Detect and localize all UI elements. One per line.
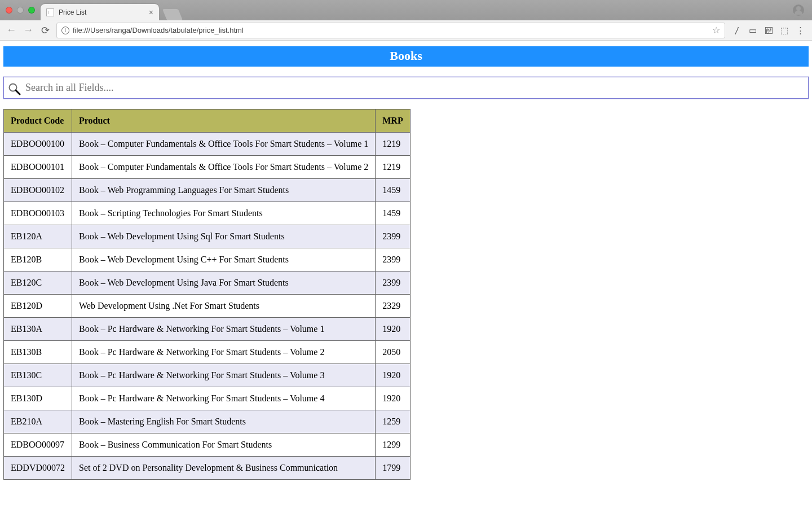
cell-product: Book – Pc Hardware & Networking For Smar… <box>72 341 376 364</box>
reload-button[interactable]: ⟳ <box>37 23 53 38</box>
cell-product-code: EDBOO00097 <box>4 433 72 457</box>
page-title: Books <box>3 46 809 67</box>
cell-product-code: EDDVD00072 <box>4 457 72 480</box>
search-input[interactable] <box>25 80 805 96</box>
extension-icon[interactable]: 〳 <box>732 25 742 35</box>
cell-product: Set of 2 DVD on Personality Development … <box>72 457 376 480</box>
cell-product-code: EDBOO00103 <box>4 202 72 225</box>
url-text: file:///Users/ranga/Downloads/tabulate/p… <box>73 26 709 34</box>
table-row: EDBOO00101Book – Computer Fundamentals &… <box>4 156 411 179</box>
cell-product-code: EB130A <box>4 318 72 341</box>
reader-icon[interactable]: ▭ <box>748 25 758 36</box>
table-row: EB120CBook – Web Development Using Java … <box>4 271 411 295</box>
table-row: EDDVD00072Set of 2 DVD on Personality De… <box>4 457 411 480</box>
price-table: Product Code Product MRP EDBOO00100Book … <box>3 109 411 480</box>
table-row: EB130DBook – Pc Hardware & Networking Fo… <box>4 387 411 410</box>
cell-mrp: 1459 <box>376 179 410 202</box>
cell-product-code: EB120B <box>4 248 72 271</box>
cell-mrp: 1259 <box>376 410 410 433</box>
browser-toolbar: ← → ⟳ i file:///Users/ranga/Downloads/ta… <box>0 20 812 41</box>
cell-product-code: EB120D <box>4 295 72 318</box>
back-button[interactable]: ← <box>3 23 19 38</box>
cell-product: Book – Pc Hardware & Networking For Smar… <box>72 364 376 387</box>
cell-product-code: EDBOO00102 <box>4 179 72 202</box>
cell-mrp: 2050 <box>376 341 410 364</box>
cell-product: Book – Computer Fundamentals & Office To… <box>72 133 376 156</box>
forward-button[interactable]: → <box>20 23 36 38</box>
cell-mrp: 2399 <box>376 248 410 271</box>
site-info-icon[interactable]: i <box>61 27 69 34</box>
cell-product-code: EDBOO00101 <box>4 156 72 179</box>
table-row: EDBOO00103Book – Scripting Technologies … <box>4 202 411 225</box>
page-favicon-icon <box>46 8 54 16</box>
cell-product: Book – Scripting Technologies For Smart … <box>72 202 376 225</box>
cell-mrp: 1920 <box>376 318 410 341</box>
col-product[interactable]: Product <box>72 110 376 133</box>
cell-product: Book – Pc Hardware & Networking For Smar… <box>72 387 376 410</box>
cell-product: Book – Web Development Using C++ For Sma… <box>72 248 376 271</box>
cell-product: Book – Computer Fundamentals & Office To… <box>72 156 376 179</box>
cell-product: Book – Mastering English For Smart Stude… <box>72 410 376 433</box>
table-row: EB130BBook – Pc Hardware & Networking Fo… <box>4 341 411 364</box>
table-header-row: Product Code Product MRP <box>4 110 411 133</box>
extension2-icon[interactable]: ⬚ <box>779 25 789 36</box>
cell-product: Book – Web Development Using Java For Sm… <box>72 271 376 295</box>
cell-product: Book – Pc Hardware & Networking For Smar… <box>72 318 376 341</box>
window-close-button[interactable] <box>6 7 12 14</box>
window-zoom-button[interactable] <box>28 7 35 14</box>
table-row: EB120ABook – Web Development Using Sql F… <box>4 225 411 248</box>
cell-mrp: 1219 <box>376 133 410 156</box>
cell-product: Book – Web Programming Languages For Sma… <box>72 179 376 202</box>
window-controls <box>0 7 35 14</box>
browser-tab-active[interactable]: Price List × <box>41 4 159 20</box>
col-product-code[interactable]: Product Code <box>4 110 72 133</box>
new-tab-button[interactable] <box>162 9 183 20</box>
cell-mrp: 1920 <box>376 387 410 410</box>
menu-icon[interactable]: ⋮ <box>795 25 805 36</box>
window-minimize-button[interactable] <box>17 7 24 14</box>
table-row: EDBOO00097Book – Business Communication … <box>4 433 411 457</box>
tab-title: Price List <box>59 8 86 16</box>
cell-mrp: 1219 <box>376 156 410 179</box>
window-titlebar: Price List × <box>0 0 812 20</box>
cell-product-code: EB130D <box>4 387 72 410</box>
bookmark-star-icon[interactable]: ☆ <box>712 25 720 36</box>
cell-product-code: EDBOO00100 <box>4 133 72 156</box>
cell-product-code: EB120C <box>4 271 72 295</box>
cell-mrp: 1920 <box>376 364 410 387</box>
col-mrp[interactable]: MRP <box>376 110 410 133</box>
search-icon <box>7 82 21 95</box>
svg-line-1 <box>16 90 20 94</box>
table-row: EDBOO00100Book – Computer Fundamentals &… <box>4 133 411 156</box>
cell-mrp: 2399 <box>376 271 410 295</box>
address-bar[interactable]: i file:///Users/ranga/Downloads/tabulate… <box>56 23 725 38</box>
cell-product: Book – Business Communication For Smart … <box>72 433 376 457</box>
cell-mrp: 2329 <box>376 295 410 318</box>
cell-product-code: EB130B <box>4 341 72 364</box>
cell-mrp: 1799 <box>376 457 410 480</box>
cell-product-code: EB210A <box>4 410 72 433</box>
cell-product-code: EB130C <box>4 364 72 387</box>
cell-mrp: 1299 <box>376 433 410 457</box>
profile-avatar-icon[interactable] <box>793 5 804 16</box>
search-container <box>3 77 809 99</box>
cell-mrp: 2399 <box>376 225 410 248</box>
cell-mrp: 1459 <box>376 202 410 225</box>
cell-product: Book – Web Development Using Sql For Sma… <box>72 225 376 248</box>
table-row: EB130ABook – Pc Hardware & Networking Fo… <box>4 318 411 341</box>
table-row: EB210ABook – Mastering English For Smart… <box>4 410 411 433</box>
translate-icon[interactable]: 🗟 <box>764 25 774 35</box>
table-row: EB120DWeb Development Using .Net For Sma… <box>4 295 411 318</box>
table-row: EB120BBook – Web Development Using C++ F… <box>4 248 411 271</box>
cell-product-code: EB120A <box>4 225 72 248</box>
toolbar-right-icons: 〳 ▭ 🗟 ⬚ ⋮ <box>729 25 809 36</box>
table-row: EDBOO00102Book – Web Programming Languag… <box>4 179 411 202</box>
table-row: EB130CBook – Pc Hardware & Networking Fo… <box>4 364 411 387</box>
tab-strip: Price List × <box>41 0 180 20</box>
tab-close-button[interactable]: × <box>149 8 153 17</box>
page-content: Books Product Code Product MRP EDBOO0010… <box>0 41 812 508</box>
cell-product: Web Development Using .Net For Smart Stu… <box>72 295 376 318</box>
